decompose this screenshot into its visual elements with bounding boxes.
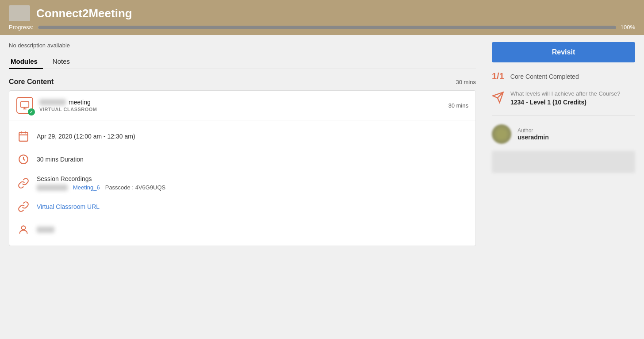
sidebar-blurred-area: [492, 151, 635, 173]
date-text: Apr 29, 2020 (12:00 am - 12:30 am): [37, 133, 135, 140]
recording-link-blur: [37, 185, 68, 191]
recording-content: Session Recordings Meeting_6 Passcode : …: [37, 175, 165, 191]
revisit-button[interactable]: Revisit: [492, 42, 635, 62]
progress-bar-fill: [38, 26, 616, 29]
level-info: What levels will I achieve after the Cou…: [510, 90, 621, 106]
progress-bar-track: [38, 26, 616, 29]
clock-icon: [16, 152, 31, 166]
duration-text: 30 mins Duration: [37, 156, 84, 163]
calendar-icon: [16, 129, 31, 143]
link-icon-url: [16, 200, 31, 214]
header-logo: [9, 5, 30, 21]
level-value: 1234 - Level 1 (10 Credits): [510, 99, 621, 106]
meeting-icon-wrap: [16, 97, 33, 114]
left-content: No description available Modules Notes C…: [0, 35, 485, 255]
meeting-name-blur: [39, 99, 66, 105]
meeting-text-wrap: meeting VIRTUAL CLASSROOM: [39, 99, 448, 112]
author-info: Author useradmin: [518, 127, 549, 141]
session-recordings-row: Session Recordings Meeting_6 Passcode : …: [16, 171, 468, 195]
user-blur: [37, 227, 54, 233]
check-badge: [28, 108, 35, 116]
tab-notes[interactable]: Notes: [51, 55, 75, 69]
virtual-url-link[interactable]: Virtual Classroom URL: [37, 203, 100, 210]
detail-rows: Apr 29, 2020 (12:00 am - 12:30 am) 30 mi…: [9, 120, 475, 246]
svg-rect-3: [19, 132, 28, 141]
header: Connect2Meeting Progress: 100%: [0, 0, 644, 35]
recording-label: Session Recordings: [37, 175, 165, 182]
svg-rect-0: [21, 102, 29, 108]
recording-link-row: Meeting_6 Passcode : 4V6G9UQS: [37, 184, 165, 191]
completion-row: 1/1 Core Content Completed: [492, 71, 635, 81]
meeting-name: meeting: [39, 99, 448, 106]
virtual-url-row: Virtual Classroom URL: [16, 195, 468, 218]
section-duration: 30 mins: [456, 79, 476, 85]
meeting-row: meeting VIRTUAL CLASSROOM 30 mins: [9, 91, 475, 120]
paper-plane-icon: [492, 91, 504, 106]
meeting-sub: VIRTUAL CLASSROOM: [39, 107, 448, 112]
meeting-link[interactable]: Meeting_6: [73, 184, 100, 191]
progress-percent: 100%: [621, 24, 635, 31]
tab-modules[interactable]: Modules: [9, 55, 43, 69]
passcode-text: Passcode : 4V6G9UQS: [105, 184, 166, 191]
section-header: Core Content 30 mins: [9, 78, 476, 86]
svg-line-9: [23, 159, 25, 160]
user-icon: [16, 223, 31, 237]
completion-label: Core Content Completed: [510, 73, 579, 80]
no-description: No description available: [9, 42, 476, 49]
level-question: What levels will I achieve after the Cou…: [510, 90, 621, 97]
duration-row: 30 mins Duration: [16, 148, 468, 171]
author-label: Author: [518, 127, 549, 134]
completion-count: 1/1: [492, 71, 504, 81]
author-row: Author useradmin: [492, 124, 635, 144]
main-layout: No description available Modules Notes C…: [0, 35, 644, 255]
tabs: Modules Notes: [9, 55, 476, 69]
app-title: Connect2Meeting: [36, 7, 132, 20]
date-row: Apr 29, 2020 (12:00 am - 12:30 am): [16, 125, 468, 148]
svg-point-10: [22, 226, 26, 230]
section-title: Core Content: [9, 78, 54, 86]
content-card: meeting VIRTUAL CLASSROOM 30 mins: [9, 90, 476, 246]
progress-label: Progress:: [9, 24, 34, 31]
link-icon-recordings: [16, 176, 31, 190]
right-sidebar: Revisit 1/1 Core Content Completed What …: [485, 35, 644, 182]
level-row: What levels will I achieve after the Cou…: [492, 90, 635, 116]
author-avatar: [492, 124, 511, 144]
author-name: useradmin: [518, 134, 549, 141]
meeting-duration-label: 30 mins: [448, 102, 468, 109]
user-row: [16, 218, 468, 241]
